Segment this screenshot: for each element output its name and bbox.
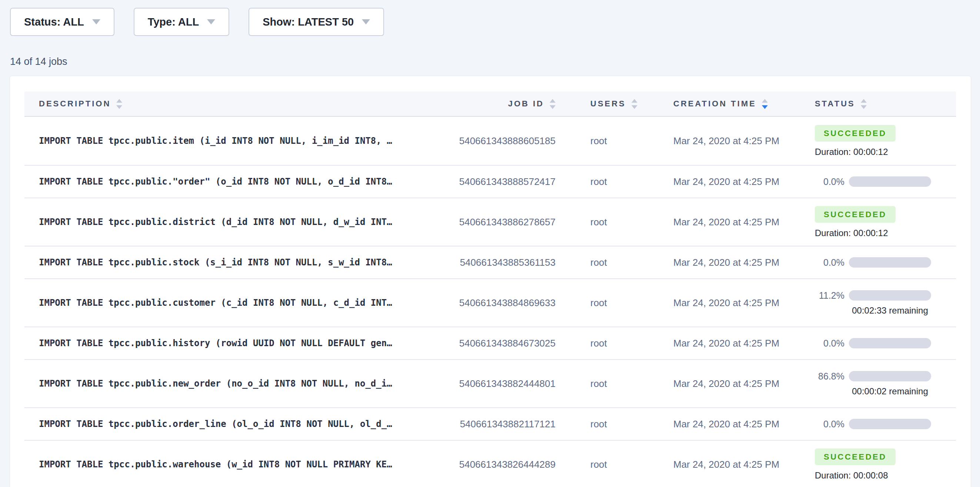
table-header: DESCRIPTION JOB ID USERS CREATION TIME S…	[24, 91, 956, 117]
progress-line: 0.0%	[815, 338, 960, 349]
job-description[interactable]: IMPORT TABLE tpcc.public.stock (s_i_id I…	[24, 257, 420, 268]
job-creation-time: Mar 24, 2020 at 4:25 PM	[641, 297, 785, 309]
job-description[interactable]: IMPORT TABLE tpcc.public.item (i_id INT8…	[24, 136, 420, 146]
status-filter-dropdown[interactable]: Status: ALL	[10, 8, 115, 36]
sort-arrows-icon	[762, 99, 768, 109]
progress-line: 0.0%	[815, 257, 960, 268]
sort-up-icon	[632, 99, 637, 103]
column-header-status[interactable]: STATUS	[785, 99, 960, 109]
job-status-cell: SUCCEEDED Duration: 00:00:08	[785, 449, 960, 481]
column-label: CREATION TIME	[673, 99, 756, 109]
table-row: IMPORT TABLE tpcc.public.customer (c_id …	[24, 278, 956, 327]
caret-down-icon	[92, 19, 100, 24]
status-duration: Duration: 00:00:08	[815, 470, 888, 481]
sort-arrows-icon	[861, 99, 867, 109]
column-label: STATUS	[815, 99, 855, 109]
status-duration: Duration: 00:00:12	[815, 228, 888, 238]
column-header-job-id[interactable]: JOB ID	[420, 99, 555, 109]
job-status-cell: 0.0%	[785, 338, 960, 349]
column-header-users[interactable]: USERS	[555, 99, 641, 109]
sort-up-icon	[861, 99, 867, 103]
progress-bar	[849, 257, 931, 268]
job-creation-time: Mar 24, 2020 at 4:25 PM	[641, 176, 785, 188]
table-row: IMPORT TABLE tpcc.public.new_order (no_o…	[24, 359, 956, 407]
sort-down-icon	[632, 105, 637, 109]
sort-down-icon	[861, 105, 867, 109]
job-user: root	[555, 135, 641, 147]
job-creation-time: Mar 24, 2020 at 4:25 PM	[641, 135, 785, 147]
type-filter-label: Type: ALL	[148, 16, 199, 28]
job-creation-time: Mar 24, 2020 at 4:25 PM	[641, 257, 785, 268]
status-progress: 86.8% 00:00:02 remaining	[815, 371, 960, 396]
job-status-cell: 0.0%	[785, 257, 960, 268]
job-creation-time: Mar 24, 2020 at 4:25 PM	[641, 378, 785, 390]
progress-percent: 0.0%	[815, 338, 845, 349]
job-user: root	[555, 176, 641, 188]
status-duration: Duration: 00:00:12	[815, 147, 888, 157]
sort-down-icon	[550, 105, 555, 109]
type-filter-dropdown[interactable]: Type: ALL	[134, 8, 230, 36]
job-id: 540661343888572417	[420, 176, 555, 188]
job-description[interactable]: IMPORT TABLE tpcc.public.new_order (no_o…	[24, 378, 420, 389]
progress-bar	[849, 371, 931, 382]
show-filter-dropdown[interactable]: Show: LATEST 50	[248, 8, 384, 36]
progress-remaining: 00:02:33 remaining	[849, 305, 931, 316]
status-badge: SUCCEEDED	[815, 125, 896, 142]
sort-down-icon	[116, 105, 122, 109]
job-status-cell: SUCCEEDED Duration: 00:00:12	[785, 125, 960, 157]
show-filter-label: Show: LATEST 50	[262, 16, 354, 28]
table-row: IMPORT TABLE tpcc.public."order" (o_id I…	[24, 165, 956, 198]
job-status-cell: 0.0%	[785, 176, 960, 187]
column-header-description[interactable]: DESCRIPTION	[24, 99, 420, 109]
progress-remaining: 00:00:02 remaining	[849, 386, 931, 396]
table-row: IMPORT TABLE tpcc.public.history (rowid …	[24, 327, 956, 359]
column-label: DESCRIPTION	[39, 99, 111, 109]
job-id: 540661343886278657	[420, 216, 555, 228]
job-user: root	[555, 257, 641, 268]
status-progress: 0.0%	[815, 176, 960, 187]
sort-arrows-icon	[550, 99, 555, 109]
jobs-count: 14 of 14 jobs	[10, 56, 980, 67]
table-row: IMPORT TABLE tpcc.public.district (d_id …	[24, 198, 956, 246]
progress-bar	[849, 419, 931, 429]
column-label: USERS	[590, 99, 626, 109]
status-succeeded: SUCCEEDED Duration: 00:00:12	[815, 125, 960, 157]
job-status-cell: 0.0%	[785, 419, 960, 430]
progress-line: 86.8%	[815, 371, 960, 382]
job-description[interactable]: IMPORT TABLE tpcc.public.customer (c_id …	[24, 298, 420, 308]
status-progress: 0.0%	[815, 419, 960, 430]
job-user: root	[555, 418, 641, 430]
job-id: 540661343884673025	[420, 338, 555, 349]
status-succeeded: SUCCEEDED Duration: 00:00:08	[815, 449, 960, 481]
column-header-creation-time[interactable]: CREATION TIME	[641, 99, 785, 109]
job-user: root	[555, 378, 641, 390]
job-creation-time: Mar 24, 2020 at 4:25 PM	[641, 459, 785, 470]
status-progress: 11.2% 00:02:33 remaining	[815, 290, 960, 316]
sort-down-icon	[762, 105, 768, 109]
jobs-table: DESCRIPTION JOB ID USERS CREATION TIME S…	[24, 91, 956, 487]
job-user: root	[555, 216, 641, 228]
progress-line: 11.2%	[815, 290, 960, 301]
table-row: IMPORT TABLE tpcc.public.order_line (ol_…	[24, 407, 956, 440]
job-id: 540661343885361153	[420, 257, 555, 268]
job-id: 540661343884869633	[420, 297, 555, 309]
job-description[interactable]: IMPORT TABLE tpcc.public.order_line (ol_…	[24, 419, 420, 429]
job-creation-time: Mar 24, 2020 at 4:25 PM	[641, 338, 785, 349]
job-id: 540661343826444289	[420, 459, 555, 470]
job-description[interactable]: IMPORT TABLE tpcc.public.history (rowid …	[24, 338, 420, 348]
progress-line: 0.0%	[815, 176, 960, 187]
job-user: root	[555, 459, 641, 470]
sort-up-icon	[762, 99, 768, 103]
sort-arrows-icon	[116, 99, 122, 109]
job-creation-time: Mar 24, 2020 at 4:25 PM	[641, 216, 785, 228]
progress-percent: 0.0%	[815, 176, 845, 187]
table-body: IMPORT TABLE tpcc.public.item (i_id INT8…	[24, 117, 956, 487]
job-description[interactable]: IMPORT TABLE tpcc.public.warehouse (w_id…	[24, 459, 420, 469]
job-description[interactable]: IMPORT TABLE tpcc.public."order" (o_id I…	[24, 176, 420, 187]
job-description[interactable]: IMPORT TABLE tpcc.public.district (d_id …	[24, 217, 420, 227]
filters-bar: Status: ALL Type: ALL Show: LATEST 50	[0, 0, 980, 36]
sort-up-icon	[550, 99, 555, 103]
progress-percent: 11.2%	[815, 290, 845, 301]
progress-bar	[849, 176, 931, 187]
jobs-table-card: DESCRIPTION JOB ID USERS CREATION TIME S…	[10, 76, 971, 487]
